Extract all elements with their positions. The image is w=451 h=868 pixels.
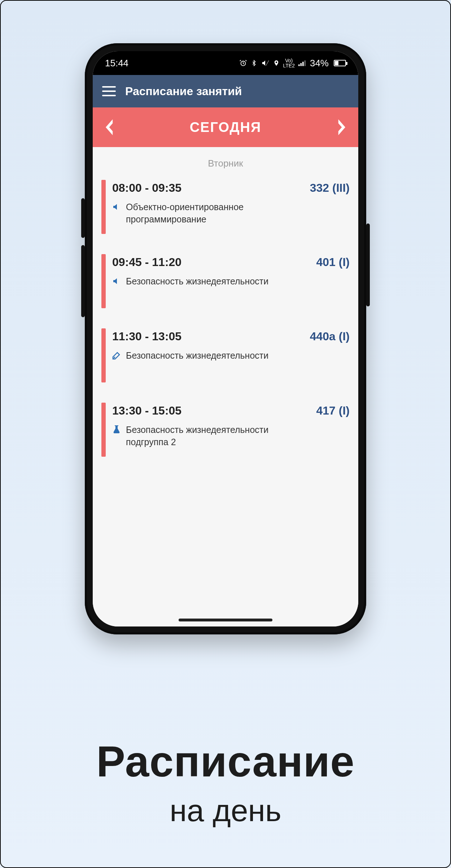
status-time: 15:44 (105, 58, 128, 69)
svg-rect-6 (304, 61, 306, 66)
lesson-item[interactable]: 09:45 - 11:20401 (I)Безопасность жизнеде… (101, 254, 350, 308)
lesson-room: 417 (I) (316, 404, 350, 417)
lesson-item[interactable]: 08:00 - 09:35332 (III)Объектно-ориентиро… (101, 180, 350, 234)
lesson-time: 09:45 - 11:20 (112, 256, 181, 269)
mute-icon (261, 59, 270, 67)
lesson-time: 08:00 - 09:35 (112, 181, 181, 195)
current-date-label: СЕГОДНЯ (190, 120, 262, 135)
next-day-button[interactable] (335, 119, 347, 135)
home-indicator[interactable] (179, 619, 272, 621)
status-icons: Vo)LTE2 34% (239, 58, 346, 69)
signal-icon (298, 60, 306, 66)
lesson-title: Безопасность жизнедеятельности подгруппа… (126, 424, 306, 448)
lesson-accent-bar (101, 328, 106, 382)
menu-button[interactable] (102, 86, 116, 96)
phone-frame: 15:44 Vo)LTE2 34% Расписание занятий (85, 43, 366, 634)
location-icon (273, 59, 280, 67)
promo-caption: Расписание на день (0, 736, 451, 828)
date-navigation: СЕГОДНЯ (93, 107, 358, 147)
lesson-accent-bar (101, 403, 106, 457)
practice-icon (112, 351, 121, 360)
lecture-icon (112, 203, 121, 211)
bluetooth-icon (251, 59, 257, 67)
svg-line-2 (266, 61, 268, 66)
phone-mockup: 15:44 Vo)LTE2 34% Расписание занятий (85, 43, 366, 634)
lesson-time: 13:30 - 15:05 (112, 404, 181, 417)
lesson-title: Безопасность жизнедеятельности (126, 275, 268, 288)
app-title: Расписание занятий (125, 85, 242, 98)
caption-line-2: на день (0, 793, 451, 828)
lesson-room: 401 (I) (316, 256, 350, 269)
side-button (366, 223, 370, 306)
lesson-item[interactable]: 11:30 - 13:05440а (I)Безопасность жизнед… (101, 328, 350, 382)
lesson-room: 332 (III) (310, 181, 350, 195)
side-button (81, 245, 85, 317)
lecture-icon (112, 277, 121, 285)
status-bar: 15:44 Vo)LTE2 34% (93, 51, 358, 75)
prev-day-button[interactable] (104, 119, 116, 135)
lesson-room: 440а (I) (310, 330, 350, 343)
side-button (81, 198, 85, 238)
battery-percent: 34% (310, 58, 329, 69)
lesson-accent-bar (101, 180, 106, 234)
lesson-time: 11:30 - 13:05 (112, 330, 181, 343)
battery-icon (334, 60, 346, 66)
app-header: Расписание занятий (93, 75, 358, 107)
lab-icon (112, 425, 121, 434)
lesson-title: Безопасность жизнедеятельности (126, 350, 268, 362)
lesson-title: Объектно-ориентированное программировани… (126, 201, 306, 226)
svg-rect-5 (302, 62, 304, 66)
lesson-accent-bar (101, 254, 106, 308)
svg-rect-4 (300, 63, 302, 66)
schedule-content[interactable]: Вторник 08:00 - 09:35332 (III)Объектно-о… (93, 147, 358, 626)
alarm-icon (239, 59, 247, 67)
phone-screen: 15:44 Vo)LTE2 34% Расписание занятий (93, 51, 358, 626)
svg-rect-3 (298, 65, 300, 66)
lesson-item[interactable]: 13:30 - 15:05417 (I)Безопасность жизнеде… (101, 403, 350, 457)
network-lte-icon: Vo)LTE2 (283, 58, 295, 68)
weekday-label: Вторник (101, 158, 350, 169)
caption-line-1: Расписание (0, 736, 451, 786)
